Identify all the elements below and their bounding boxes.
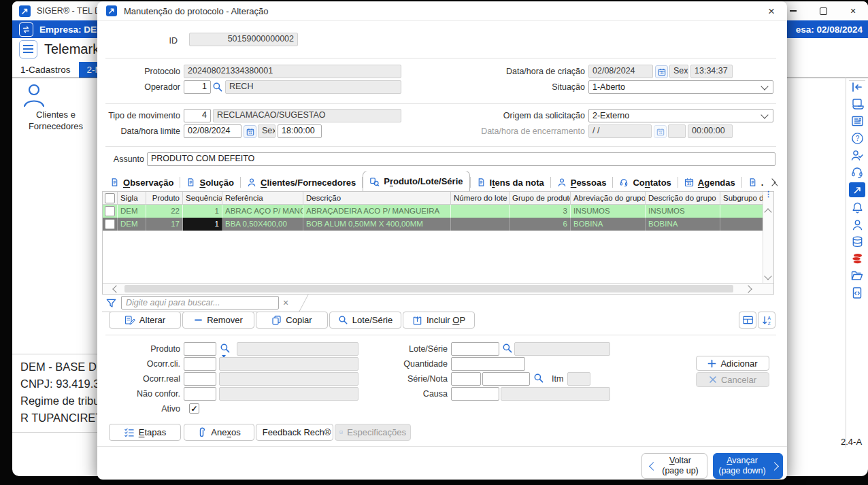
tab-itens-da-nota[interactable]: Itens da nota [471, 173, 550, 191]
user-icon[interactable] [849, 218, 865, 231]
clientes-fornecedores-shortcut[interactable]: Clientes e Fornecedores [19, 82, 93, 132]
causa-input[interactable] [451, 387, 499, 401]
tab-solucao[interactable]: Solução [180, 173, 240, 191]
company-switch-icon[interactable] [19, 22, 33, 37]
bell-icon[interactable] [849, 201, 865, 214]
tab-clientes-fornecedores[interactable]: Clientes/Fornecedores [241, 173, 362, 191]
produto-search-icon[interactable] [220, 343, 231, 354]
user-check-icon[interactable] [849, 148, 865, 162]
col-descricao[interactable]: Descrição [303, 192, 451, 204]
incluir-op-button[interactable]: Incluir OP [403, 312, 475, 329]
col-abreviacao[interactable]: Abreviação do grupo [571, 192, 646, 204]
nao-confor-input[interactable] [184, 387, 216, 401]
scroll-down-icon[interactable] [764, 272, 771, 280]
lote-serie-button[interactable]: Lote/Série [329, 312, 401, 329]
sort-az-button[interactable]: AZ [758, 312, 775, 329]
grid-filter-bar: × [102, 295, 314, 312]
tab-observacao[interactable]: Observação [104, 173, 180, 191]
scrollbar-thumb[interactable] [124, 285, 733, 292]
tab-pessoas[interactable]: Pessoas [551, 173, 613, 191]
tab-produto-lote-serie[interactable]: Produto/Lote/Série [363, 171, 469, 191]
remover-button[interactable]: Remover [182, 312, 254, 329]
tab-cadastros[interactable]: 1-Cadastros [12, 62, 79, 78]
assunto-input[interactable]: PRODUTO COM DEFEITO [147, 152, 775, 166]
adicionar-button[interactable]: Adicionar [696, 356, 769, 371]
grid-row[interactable]: DEM 22 1 ABRAC AÇO P/ MANG ABRAÇADEIRA A… [103, 205, 773, 218]
folder-open-icon[interactable] [849, 269, 865, 282]
code-file-icon[interactable] [849, 286, 865, 299]
etapas-button[interactable]: Etapas [109, 424, 181, 441]
data-limite-calendar-icon[interactable]: 31 [244, 125, 256, 138]
col-sigla[interactable]: Sigla [118, 192, 146, 204]
ativo-checkbox[interactable]: ✓ [189, 403, 199, 414]
criacao-calendar-icon[interactable]: 31 [655, 65, 668, 78]
data-limite-time-input[interactable]: 18:00:00 [278, 124, 322, 138]
col-produto[interactable]: Produto [146, 192, 183, 204]
grid-row-selected[interactable]: DEM 17 1 BBA 0,50X400,00 BOB ALUM 0,50MM… [103, 218, 773, 231]
collapse-left-icon[interactable] [849, 80, 865, 94]
script-icon[interactable] [849, 97, 865, 111]
data-limite-date-input[interactable]: 02/08/2024 [184, 124, 241, 138]
col-sequencia[interactable]: Sequência [183, 192, 222, 204]
scroll-left-icon[interactable] [112, 285, 120, 292]
dialog-close-icon[interactable]: × [764, 4, 779, 19]
origem-select[interactable]: 2-Externo [588, 109, 773, 122]
col-numero-lote[interactable]: Número do lote [451, 192, 510, 204]
ocorr-cli-input[interactable] [184, 357, 216, 371]
grid-vertical-scrollbar[interactable]: ⋮ [763, 192, 773, 284]
maximize-button[interactable] [808, 1, 838, 20]
spec-edit-icon [339, 427, 343, 437]
tipo-movimento-code-input[interactable]: 4 [184, 109, 211, 122]
database-icon[interactable] [849, 235, 865, 248]
situacao-select[interactable]: 1-Aberto [588, 80, 773, 94]
select-all-checkbox[interactable] [105, 193, 115, 203]
column-options-icon[interactable]: ⋮ [765, 193, 772, 196]
alterar-button[interactable]: Alterar [109, 312, 181, 329]
menu-icon[interactable] [19, 40, 37, 58]
col-referencia[interactable]: Referência [222, 192, 303, 204]
row-checkbox[interactable] [105, 206, 115, 216]
lote-serie-input[interactable] [451, 342, 499, 356]
operador-search-icon[interactable] [212, 82, 223, 93]
produto-code-input[interactable] [184, 342, 216, 356]
tabs-list-chevron-icon[interactable] [775, 173, 778, 191]
anexos-button[interactable]: Anexos [184, 424, 254, 441]
chevron-left-icon [649, 462, 658, 471]
serie-input[interactable] [451, 372, 481, 386]
avancar-button[interactable]: Avançar (page down) [713, 453, 783, 479]
nota-input[interactable] [482, 372, 530, 386]
right-toolbar: ? [846, 77, 868, 448]
serie-nota-search-icon[interactable] [533, 373, 544, 384]
column-layout-button[interactable] [739, 312, 756, 329]
scroll-up-icon[interactable] [764, 208, 771, 216]
news-icon[interactable] [849, 114, 865, 128]
especificacoes-button[interactable]: Especificações [335, 424, 411, 441]
coins-red-icon[interactable] [849, 252, 865, 265]
col-grupo[interactable]: Grupo de produtos [510, 192, 571, 204]
tab-contatos[interactable]: Contatos [613, 173, 677, 191]
help-icon[interactable]: ? [849, 131, 865, 145]
filter-icon[interactable] [103, 296, 118, 310]
tab-overflow-partial[interactable]: . [742, 173, 770, 191]
quantidade-input[interactable] [451, 357, 525, 371]
feedback-rech-button[interactable]: Feedback Rech® [256, 424, 333, 441]
company-info-line: R TUPANCIRETA [20, 409, 98, 427]
operador-code-input[interactable]: 1 [184, 80, 211, 94]
col-descricao-grupo[interactable]: Descrição do grupo [646, 192, 720, 204]
close-button[interactable]: × [838, 1, 868, 20]
ocorr-real-input[interactable] [184, 372, 216, 386]
headset-icon[interactable] [849, 165, 865, 179]
copiar-button[interactable]: Copiar [256, 312, 328, 329]
row-checkbox[interactable] [105, 219, 115, 229]
cancelar-button[interactable]: Cancelar [696, 372, 769, 387]
scroll-right-icon[interactable] [744, 285, 752, 292]
grid-filter-input[interactable] [121, 296, 279, 310]
filter-clear-icon[interactable]: × [283, 297, 288, 308]
lote-serie-search-icon[interactable] [502, 343, 513, 354]
grid-horizontal-scrollbar[interactable] [103, 283, 773, 294]
svg-text:31: 31 [248, 131, 252, 135]
siger-active-icon[interactable] [849, 182, 865, 197]
tab-agendas[interactable]: 31 Agendas [678, 173, 741, 191]
col-subgrupo[interactable]: Subgrupo de [720, 192, 764, 204]
voltar-button[interactable]: Voltar (page up) [641, 453, 707, 479]
